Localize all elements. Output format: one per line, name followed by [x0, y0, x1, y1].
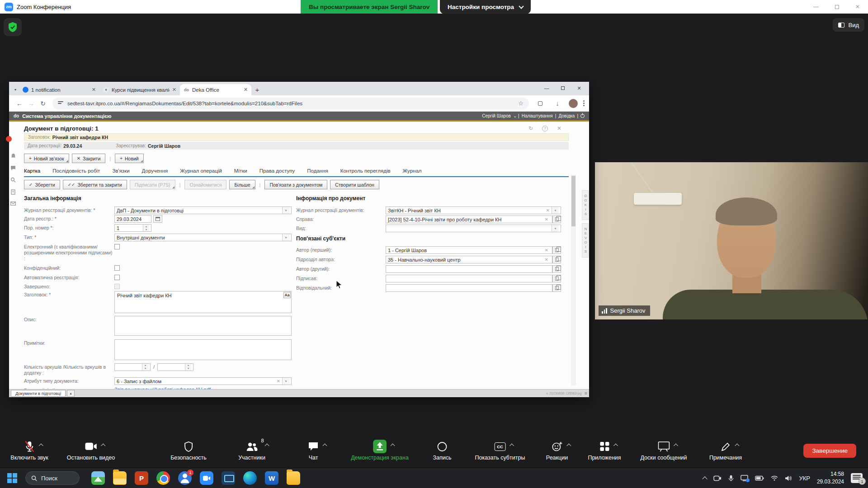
view-button[interactable]: Вид: [833, 18, 864, 32]
new-tab-button[interactable]: +: [251, 84, 263, 95]
content-scrollbar[interactable]: [571, 175, 576, 385]
tab-zhurnal-operatsiy[interactable]: Журнал операцій: [180, 168, 222, 174]
clear-icon[interactable]: ✕: [544, 208, 552, 213]
user-menu[interactable]: Сергій Шаров: [482, 113, 511, 118]
back-icon[interactable]: ←: [14, 100, 25, 107]
tray-mic-icon[interactable]: [728, 475, 734, 482]
clear-icon[interactable]: ✕: [275, 379, 282, 384]
subject-textarea[interactable]: Річний звіт кафедри КН Aa: [114, 291, 292, 313]
lookup-button[interactable]: [552, 284, 561, 292]
text-format-button[interactable]: Aa: [283, 292, 291, 298]
responsible-input[interactable]: [386, 284, 552, 292]
dropdown-arrow-icon[interactable]: ▼: [282, 234, 289, 241]
side-tab-nevois[interactable]: NEVOIS: [582, 223, 589, 258]
sign-button[interactable]: Підписати (P7S): [130, 180, 175, 189]
scrollbar-thumb[interactable]: [571, 176, 576, 226]
open-window-tab[interactable]: Документи в підготовці: [11, 390, 66, 397]
chevron-up-icon[interactable]: [39, 444, 43, 448]
bell-icon[interactable]: [11, 153, 16, 159]
tab-doruchennya[interactable]: Доручення: [142, 168, 168, 174]
bookmark-star-icon[interactable]: ☆: [518, 100, 524, 107]
dropdown-arrow-icon[interactable]: ▼: [282, 378, 289, 385]
whiteboards-button[interactable]: Доски сообщений: [640, 440, 687, 461]
browser-tab-notification[interactable]: 1 notification ✕: [19, 84, 99, 95]
dropdown-arrow-icon[interactable]: ▼: [282, 207, 289, 214]
tab-close-icon[interactable]: ✕: [244, 87, 248, 93]
maximize-button[interactable]: [826, 0, 847, 14]
powerpoint-icon[interactable]: P: [135, 471, 148, 485]
chevron-up-icon[interactable]: [613, 444, 618, 448]
chevron-up-icon[interactable]: [101, 444, 105, 448]
spinner-icon[interactable]: ▲▼: [143, 225, 149, 231]
chevron-up-icon[interactable]: [735, 444, 739, 448]
type-select[interactable]: Внутрішні документи ▼: [114, 234, 292, 241]
tab-zhurnal[interactable]: Журнал: [403, 168, 422, 174]
side-tab-dokis[interactable]: DOKIS: [582, 190, 589, 220]
captions-button[interactable]: CC Показать субтитры: [475, 440, 525, 461]
hamburger-icon[interactable]: ≡: [585, 391, 587, 396]
folder-icon[interactable]: [287, 471, 300, 485]
refresh-page-icon[interactable]: ↻: [528, 125, 533, 131]
confidential-checkbox[interactable]: [114, 265, 120, 271]
save-button[interactable]: ✓ Зберегти: [24, 180, 60, 189]
new-link-button[interactable]: + Новий зв'язок: [24, 154, 69, 163]
word-icon[interactable]: W: [265, 471, 278, 485]
url-bar[interactable]: sedtest-tavr.itpro.co.ua/#/RengiamasDoku…: [52, 98, 529, 109]
file-explorer-icon[interactable]: [113, 471, 127, 485]
browser-close-button[interactable]: ✕: [571, 85, 587, 91]
reactions-button[interactable]: Реакции: [546, 440, 568, 461]
chevron-up-icon[interactable]: [323, 444, 327, 448]
author-dept-input[interactable]: 35 - Навчально-науковий центр ✕: [386, 256, 552, 263]
tab-kartka[interactable]: Картка: [24, 168, 40, 174]
calendar-button[interactable]: [153, 215, 162, 223]
spinner-icon[interactable]: ▲▼: [185, 364, 191, 371]
sheets-appendix-input[interactable]: ▲▼: [157, 363, 193, 371]
chevron-up-icon[interactable]: [509, 444, 514, 448]
chevron-up-icon[interactable]: [265, 444, 269, 448]
chevron-up-icon[interactable]: [391, 444, 395, 448]
chevron-up-icon[interactable]: [566, 444, 571, 448]
zoom-app-icon[interactable]: [200, 471, 213, 485]
description-textarea[interactable]: [114, 316, 292, 336]
clear-icon[interactable]: ✕: [543, 217, 550, 222]
taskbar-search[interactable]: Поиск: [25, 471, 80, 485]
reg-date-input[interactable]: 29.03.2024: [114, 215, 151, 223]
close-page-icon[interactable]: ✕: [557, 125, 561, 131]
chat-button[interactable]: Чат: [308, 440, 319, 461]
document-icon[interactable]: [11, 189, 15, 195]
search-icon[interactable]: [10, 177, 16, 183]
minimize-button[interactable]: —: [806, 0, 826, 14]
forward-icon[interactable]: →: [25, 100, 37, 107]
stop-video-button[interactable]: Остановить видео: [67, 440, 115, 461]
tray-expand-icon[interactable]: [703, 476, 708, 481]
journal-select[interactable]: ДвП - Документи в підготовці ▼: [114, 206, 292, 214]
tab-kontrol[interactable]: Контроль переглядів: [340, 168, 391, 174]
notes-textarea[interactable]: [114, 339, 292, 360]
panel-icon[interactable]: [534, 100, 546, 107]
spinner-icon[interactable]: ▲▼: [142, 364, 148, 371]
lookup-button[interactable]: [552, 275, 561, 282]
volume-icon[interactable]: [785, 475, 792, 481]
end-meeting-button[interactable]: Завершение: [803, 444, 856, 458]
link-to-document-button[interactable]: Пов'язати з документом: [264, 180, 327, 189]
view-settings-button[interactable]: Настройки просмотра: [440, 0, 531, 14]
author1-input[interactable]: 1 - Сергій Шаров ✕: [386, 246, 552, 254]
contacts-app-icon[interactable]: 1: [178, 471, 192, 485]
tab-search-icon[interactable]: ▾: [12, 84, 19, 95]
share-screen-button[interactable]: Демонстрация экрана: [351, 440, 409, 461]
edge-icon[interactable]: [243, 471, 257, 485]
save-and-close-button[interactable]: ✓✓ Зберегти та закрити: [63, 180, 127, 189]
refresh-icon[interactable]: ↻: [37, 100, 49, 107]
kind-select[interactable]: ▼: [386, 225, 561, 232]
language-indicator[interactable]: УКР: [799, 475, 810, 482]
signed-input[interactable]: [386, 275, 552, 282]
browser-menu-icon[interactable]: [583, 100, 585, 106]
main-file-link[interactable]: Звіт по навчальній роботі кафедра КН.pdf: [114, 387, 211, 389]
case-input[interactable]: [2023] 52-4-10-Річні звіти про роботу ка…: [386, 216, 552, 223]
tab-podannya[interactable]: Подання: [307, 168, 328, 174]
logout-icon[interactable]: [580, 114, 585, 118]
attribute-select[interactable]: 6 - Запис з файлом ✕ ▼: [114, 377, 292, 385]
number-input[interactable]: 1 ▲▼: [114, 224, 151, 232]
help-icon[interactable]: ?: [542, 126, 548, 131]
dropdown-arrow-icon[interactable]: ▼: [552, 225, 559, 232]
